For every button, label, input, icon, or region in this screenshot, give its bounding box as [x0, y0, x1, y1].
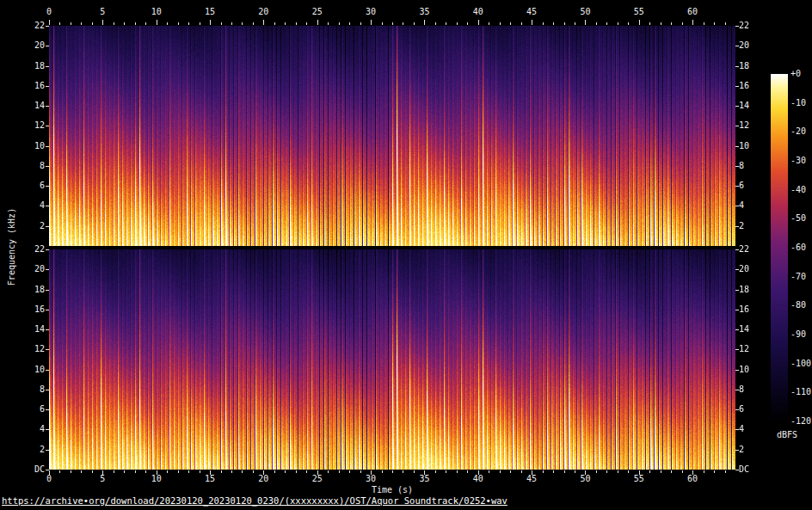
time-tick-top [692, 20, 693, 25]
freq-tick-right [735, 310, 739, 310]
freq-tick-label-left: 20 [15, 40, 45, 51]
time-tick-label-top: 55 [634, 7, 644, 17]
colorbar-tick-label: -110 [790, 387, 811, 397]
freq-tick-label-right: 20 [739, 40, 768, 51]
freq-tick-left [46, 310, 49, 310]
time-tick-bottom [649, 470, 650, 473]
time-tick-bottom [424, 470, 425, 475]
freq-tick-label-left: 14 [15, 324, 45, 335]
time-tick-top [435, 22, 436, 25]
freq-tick-label-left: 6 [15, 404, 45, 415]
freq-tick-left [46, 86, 49, 87]
time-tick-bottom [414, 470, 415, 473]
time-tick-bottom [242, 470, 243, 473]
time-tick-bottom [188, 470, 189, 473]
freq-tick-right [735, 409, 739, 410]
freq-tick-left [46, 470, 49, 470]
time-tick-top [285, 22, 286, 25]
time-tick-bottom [478, 470, 479, 475]
source-url[interactable]: https://archive•org/download/20230120_20… [2, 495, 508, 507]
time-tick-bottom [682, 470, 683, 473]
time-tick-bottom [725, 470, 726, 473]
time-tick-label-top: 0 [46, 7, 52, 17]
time-tick-top [500, 22, 501, 25]
time-tick-top [661, 22, 661, 25]
freq-tick-label-left: 12 [15, 120, 45, 131]
time-tick-top [575, 22, 575, 25]
colorbar-tick-label: -50 [790, 213, 806, 224]
time-tick-bottom [102, 470, 103, 475]
time-tick-top [178, 22, 179, 25]
freq-tick-left [46, 106, 49, 107]
time-tick-bottom [306, 470, 307, 473]
time-tick-label-top: 45 [526, 7, 537, 17]
freq-tick-label-right: 4 [739, 424, 768, 434]
time-tick-bottom [145, 470, 146, 473]
freq-tick-label-left: 2 [15, 221, 45, 231]
time-tick-label-bottom: 55 [634, 474, 644, 484]
time-tick-bottom [585, 470, 586, 475]
colorbar-tick-label: -90 [790, 329, 806, 340]
time-tick-bottom [714, 470, 715, 473]
freq-tick-label-right: 20 [739, 264, 768, 274]
freq-tick-right [735, 390, 739, 390]
freq-tick-label-left: 10 [15, 141, 45, 151]
time-tick-label-bottom: 35 [419, 474, 429, 484]
time-tick-bottom [49, 470, 50, 475]
time-tick-top [49, 20, 50, 25]
freq-tick-left [46, 290, 49, 291]
time-tick-label-bottom: 25 [312, 474, 323, 484]
time-tick-top [92, 22, 93, 25]
freq-tick-label-left: 22 [15, 21, 45, 31]
time-tick-bottom [510, 470, 511, 473]
time-tick-bottom [296, 470, 297, 473]
time-tick-top [102, 20, 103, 25]
freq-tick-left [46, 186, 49, 187]
time-tick-top [349, 22, 350, 25]
freq-tick-label-right: 2 [739, 221, 768, 231]
freq-tick-label-right: 12 [739, 120, 768, 131]
time-axis-title: Time (s) [358, 485, 427, 495]
freq-tick-right [735, 450, 739, 451]
spectrogram-view: Frequency (kHz) Time (s) dBFS https://ar… [0, 0, 812, 510]
freq-tick-label-left: 22 [15, 244, 45, 255]
freq-tick-left [46, 146, 49, 147]
time-tick-label-top: 40 [473, 7, 483, 17]
time-tick-top [114, 22, 114, 25]
freq-tick-right [735, 46, 739, 46]
freq-tick-label-left: 6 [15, 181, 45, 191]
time-tick-bottom [521, 470, 522, 473]
freq-tick-label-right: 4 [739, 200, 768, 211]
freq-tick-right [735, 106, 739, 107]
freq-tick-right [735, 206, 739, 206]
time-tick-bottom [71, 470, 71, 473]
time-tick-bottom [704, 470, 704, 473]
time-tick-top [135, 22, 136, 25]
time-tick-bottom [403, 470, 403, 473]
freq-tick-label-right: 8 [739, 161, 768, 171]
freq-tick-label-right: 18 [739, 61, 768, 71]
time-tick-top [339, 22, 340, 25]
freq-tick-left [46, 249, 49, 250]
time-tick-top [274, 22, 275, 25]
time-tick-top [532, 20, 532, 25]
time-tick-bottom [606, 470, 607, 473]
freq-tick-label-right: 10 [739, 141, 768, 151]
time-tick-top [296, 22, 297, 25]
time-tick-top [59, 22, 60, 25]
colorbar-tick-label: -80 [790, 300, 806, 310]
freq-tick-left [46, 26, 49, 27]
time-tick-top [489, 22, 489, 25]
time-tick-label-bottom: 60 [687, 474, 698, 484]
freq-tick-right [735, 269, 739, 270]
time-tick-label-top: 50 [580, 7, 590, 17]
colorbar-title: dBFS [766, 430, 809, 440]
time-tick-bottom [157, 470, 157, 475]
freq-tick-left [46, 206, 49, 206]
time-tick-top [242, 22, 243, 25]
freq-tick-label-left: 4 [15, 200, 45, 211]
time-tick-bottom [274, 470, 275, 473]
spectrogram-channel-1 [49, 26, 735, 246]
freq-tick-label-left: 16 [15, 304, 45, 315]
time-tick-top [628, 22, 629, 25]
